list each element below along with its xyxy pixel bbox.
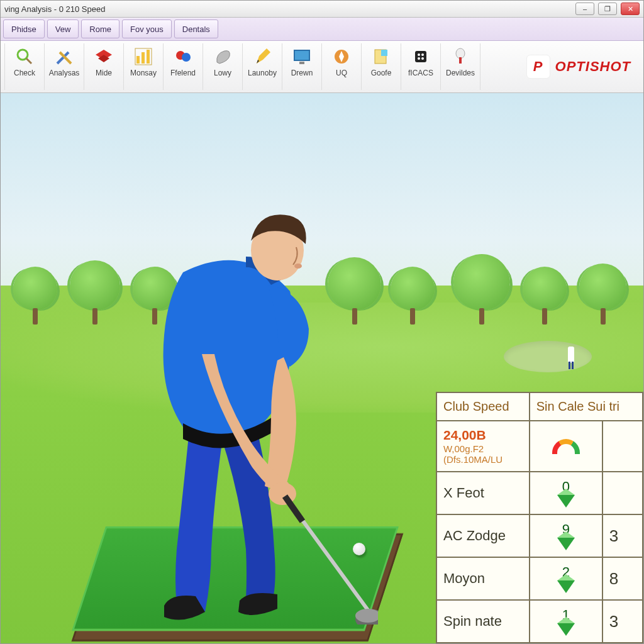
stats-row-indicator: 0 [530, 472, 602, 514]
tool-goofe[interactable]: Goofe [362, 43, 401, 90]
menu-vew[interactable]: Vew [47, 19, 79, 38]
stats-table: Club Speed Sin Cale Sui tri 24,00B W,00g… [436, 392, 643, 643]
tool-devildes[interactable]: Devildes [441, 43, 480, 90]
stats-row-label: Moyon [436, 557, 530, 600]
magnifier-icon [14, 46, 35, 67]
stats-header-club-speed: Club Speed [436, 392, 530, 421]
svg-point-25 [456, 48, 465, 58]
stats-row: AC Zodge 9 3 [436, 514, 643, 557]
tool-label: Lowy [214, 69, 231, 77]
palette-icon [172, 46, 194, 67]
down-triangle-icon [557, 495, 575, 508]
tool-ffelend[interactable]: Ffelend [164, 43, 203, 90]
tool-launoby[interactable]: Launoby [243, 43, 282, 90]
tool-check[interactable]: Check [4, 43, 45, 90]
club-speed-line1: 24,00B [443, 428, 486, 442]
stats-row: Spin nate 1 3 [436, 600, 643, 643]
menu-phidse[interactable]: Phidse [3, 19, 45, 38]
club-speed-line3: (Dfs.10MA/LU [443, 454, 523, 465]
svg-rect-19 [381, 50, 387, 56]
stats-row-indicator: 2 [530, 557, 602, 600]
toolbar: Check Analysas Mide Monsay Ffelend Lowy … [1, 41, 643, 93]
tool-label: fICACS [408, 69, 433, 77]
down-triangle-icon [557, 580, 575, 593]
stats-row-value [602, 472, 643, 514]
tool-lowy[interactable]: Lowy [203, 43, 243, 90]
red-flag-icon [93, 46, 114, 67]
simulation-view[interactable]: Club Speed Sin Cale Sui tri 24,00B W,00g… [1, 93, 643, 643]
compass-icon [331, 46, 352, 67]
minimize-button[interactable]: – [575, 3, 594, 15]
tool-label: Monsay [130, 69, 157, 77]
menu-fovyous[interactable]: Fov yous [122, 19, 172, 38]
green [504, 341, 592, 372]
menu-dentals[interactable]: Dentals [174, 19, 218, 38]
gauge-value [602, 421, 643, 472]
brand-name: OPTISHOT [555, 58, 631, 75]
menu-label: Phidse [11, 25, 36, 34]
tools-icon [53, 46, 75, 67]
tool-monsay[interactable]: Monsay [124, 43, 164, 90]
monitor-icon [291, 46, 313, 67]
svg-point-22 [421, 53, 424, 56]
tool-label: UQ [336, 69, 347, 77]
stats-row-indicator: 9 [530, 514, 602, 557]
stats-row: Moyon 2 8 [436, 557, 643, 600]
menu-rome[interactable]: Rome [81, 19, 119, 38]
app-window: ving Analysis - 0 210 Speed – ❐ ✕ Phidse… [0, 0, 644, 644]
svg-point-11 [182, 53, 191, 62]
svg-rect-14 [294, 50, 309, 60]
svg-point-29 [294, 264, 302, 269]
stats-row-value: 8 [602, 557, 643, 600]
svg-point-24 [421, 57, 424, 60]
tool-label: Analysas [49, 69, 80, 77]
svg-line-1 [26, 58, 31, 64]
stats-row-label: AC Zodge [436, 514, 530, 557]
stats-header-secondary: Sin Cale Sui tri [530, 392, 643, 421]
svg-rect-6 [136, 56, 140, 64]
stats-row: X Feot 0 [436, 472, 643, 514]
svg-rect-26 [459, 57, 462, 64]
svg-rect-20 [415, 51, 426, 62]
gauge-icon [552, 439, 580, 454]
tool-uq[interactable]: UQ [322, 43, 362, 90]
club-speed-line2: W,00g.F2 [443, 443, 523, 454]
window-title: ving Analysis - 0 210 Speed [4, 4, 575, 14]
titlebar: ving Analysis - 0 210 Speed – ❐ ✕ [1, 1, 643, 18]
maximize-button[interactable]: ❐ [598, 3, 617, 15]
chart-icon [133, 46, 154, 67]
pencil-icon [252, 46, 273, 67]
svg-rect-15 [299, 62, 304, 64]
stats-row-value: 3 [602, 600, 643, 643]
tool-ficacs[interactable]: fICACS [401, 43, 441, 90]
menu-label: Vew [55, 25, 71, 34]
club-speed-readout: 24,00B W,00g.F2 (Dfs.10MA/LU [436, 421, 530, 472]
brand-logo-icon: P [526, 55, 550, 79]
close-button[interactable]: ✕ [621, 3, 640, 15]
svg-point-23 [418, 57, 420, 60]
window-controls: – ❐ ✕ [575, 3, 640, 15]
tool-label: Mide [96, 69, 112, 77]
pin-icon [450, 46, 471, 67]
tool-analysas[interactable]: Analysas [45, 43, 84, 90]
stats-panel: Club Speed Sin Cale Sui tri 24,00B W,00g… [436, 392, 643, 643]
tool-mide[interactable]: Mide [84, 43, 124, 90]
tool-label: Goofe [371, 69, 392, 77]
svg-rect-7 [142, 52, 145, 64]
club-icon [212, 46, 233, 67]
menu-label: Rome [89, 25, 111, 34]
svg-point-0 [18, 50, 28, 60]
svg-rect-8 [147, 50, 150, 64]
gauge-cell [530, 421, 602, 472]
tool-label: Devildes [446, 69, 475, 77]
down-triangle-icon [557, 538, 575, 550]
tool-label: Launoby [248, 69, 277, 77]
golfer-figure [89, 197, 378, 625]
menubar: Phidse Vew Rome Fov yous Dentals [1, 18, 643, 41]
svg-point-21 [418, 53, 420, 56]
tool-label: Check [14, 69, 35, 77]
down-triangle-icon [557, 623, 575, 636]
stats-row-value: 3 [602, 514, 643, 557]
tool-label: Drewn [291, 69, 313, 77]
tool-drewn[interactable]: Drewn [282, 43, 322, 90]
